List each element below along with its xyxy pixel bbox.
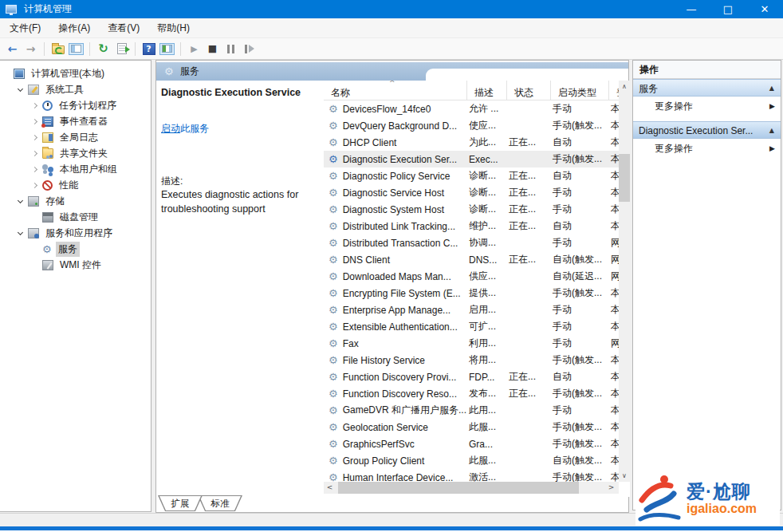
service-row[interactable]: ⚙Function Discovery Provi...FDP...正在...自… — [324, 368, 619, 385]
column-header-description[interactable]: 描述 — [467, 81, 507, 100]
chevron-right-icon[interactable] — [32, 166, 37, 171]
chevron-right-icon[interactable] — [32, 118, 37, 124]
collapse-icon[interactable]: ▲ — [769, 122, 774, 139]
tree-item-4[interactable]: 全局日志 — [0, 129, 151, 145]
scroll-up-icon[interactable]: ∧ — [619, 81, 630, 93]
service-row[interactable]: ⚙Fax利用...手动网 — [324, 335, 619, 352]
vertical-scroll-thumb[interactable] — [619, 154, 630, 202]
service-name: DNS Client — [343, 254, 390, 266]
actions-section-selected-service[interactable]: Diagnostic Execution Ser... ▲ — [633, 121, 781, 139]
service-row[interactable]: ⚙Extensible Authentication...可扩...手动本 — [324, 318, 619, 335]
tree-item-label: 磁盘管理 — [57, 210, 100, 225]
horizontal-scrollbar[interactable]: < > — [324, 482, 619, 494]
service-status-cell: 正在... — [507, 203, 551, 216]
column-header-name[interactable]: 名称 — [324, 81, 467, 100]
start-service-icon[interactable]: ▶ — [185, 41, 203, 57]
service-row[interactable]: ⚙DevicesFlow_14fce0允许 ...手动本 — [324, 100, 619, 117]
menu-view[interactable]: 查看(V) — [100, 20, 148, 37]
tree-item-12[interactable]: WMI 控件 — [0, 257, 151, 273]
show-action-pane-icon[interactable] — [158, 41, 176, 57]
service-row[interactable]: ⚙Distributed Transaction C...协调...手动网 — [324, 234, 619, 251]
scroll-right-icon[interactable]: > — [605, 482, 617, 494]
service-row[interactable]: ⚙Function Discovery Reso...发布...正在...手动(… — [324, 385, 619, 402]
tree-item-9[interactable]: 磁盘管理 — [0, 209, 151, 225]
service-name-cell: ⚙Extensible Authentication... — [324, 321, 467, 333]
chevron-down-icon[interactable] — [18, 85, 23, 91]
service-name: Diagnostic System Host — [343, 204, 444, 215]
tree-item-1[interactable]: 系统工具 — [0, 81, 151, 97]
stop-service-icon[interactable]: ■ — [203, 41, 222, 57]
service-row[interactable]: ⚙GraphicsPerfSvcGra...手动(触发...本 — [324, 435, 619, 452]
service-row[interactable]: ⚙Downloaded Maps Man...供应...自动(延迟...网 — [324, 268, 619, 285]
column-header-status[interactable]: 状态 — [507, 81, 551, 100]
chevron-down-icon[interactable] — [18, 197, 23, 203]
service-row[interactable]: ⚙GameDVR 和广播用户服务...此用...手动本 — [324, 402, 619, 419]
chevron-right-icon[interactable] — [32, 182, 37, 187]
description-label: 描述: — [161, 175, 183, 188]
service-name: Function Discovery Reso... — [343, 388, 457, 400]
service-row[interactable]: ⚙Diagnostic Service Host诊断...正在...手动本 — [324, 184, 619, 201]
menu-help[interactable]: 帮助(H) — [149, 20, 198, 37]
up-folder-icon[interactable] — [49, 41, 67, 57]
service-row[interactable]: ⚙File History Service将用...手动(触发...本 — [324, 352, 619, 368]
service-startup-type-cell: 手动 — [551, 337, 609, 350]
event-viewer-icon — [42, 116, 53, 127]
tree-item-10[interactable]: 服务和应用程序 — [0, 225, 151, 241]
column-header-logon-as[interactable]: 登 — [609, 81, 619, 100]
back-icon[interactable]: ← — [3, 41, 22, 57]
service-name-cell: ⚙File History Service — [324, 354, 467, 366]
tree-item-7[interactable]: 性能 — [0, 177, 151, 193]
service-row[interactable]: ⚙Group Policy Client此服...自动(触发...本 — [324, 452, 619, 469]
service-row[interactable]: ⚙Distributed Link Tracking...维护...正在...自… — [324, 218, 619, 234]
tab-standard[interactable]: 标准 — [198, 495, 242, 511]
tree-item-label: 服务和应用程序 — [43, 226, 115, 241]
service-row[interactable]: ⚙DevQuery Background D...使应...手动(触发...本 — [324, 117, 619, 134]
tree-item-2[interactable]: 任务计划程序 — [0, 97, 151, 113]
tree-item-0[interactable]: 计算机管理(本地) — [0, 65, 151, 81]
tab-extended[interactable]: 扩展 — [158, 495, 203, 511]
service-row[interactable]: ⚙DHCP Client为此...正在...自动本 — [324, 134, 619, 151]
service-row[interactable]: ⚙Human Interface Device...激活...手动(触发...本 — [324, 469, 619, 482]
service-row[interactable]: ⚙Encrypting File System (E...提供...手动(触发.… — [324, 285, 619, 301]
service-gear-icon: ⚙ — [329, 270, 338, 282]
minimize-button[interactable]: — — [673, 0, 710, 18]
start-service-link[interactable]: 启动此服务 — [161, 122, 209, 136]
chevron-right-icon[interactable] — [32, 150, 37, 156]
tree-item-3[interactable]: 事件查看器 — [0, 113, 151, 129]
service-gear-icon: ⚙ — [329, 421, 338, 433]
tree-item-5[interactable]: 共享文件夹 — [0, 145, 151, 161]
horizontal-scroll-thumb[interactable] — [338, 482, 579, 494]
collapse-icon[interactable]: ▲ — [769, 80, 774, 97]
service-row[interactable]: ⚙Diagnostic Execution Ser...Exec...手动(触发… — [324, 151, 619, 167]
tree-item-11[interactable]: ⚙服务 — [0, 241, 151, 257]
column-header-startup-type[interactable]: 启动类型 — [551, 81, 609, 100]
chevron-down-icon[interactable] — [18, 229, 23, 234]
service-row[interactable]: ⚙Diagnostic System Host诊断...正在...手动本 — [324, 201, 619, 218]
menu-file[interactable]: 文件(F) — [2, 20, 49, 37]
more-actions-selected-service[interactable]: 更多操作 ▶ — [633, 139, 781, 159]
chevron-right-icon[interactable] — [32, 102, 37, 108]
help-icon[interactable]: ? — [140, 41, 158, 57]
export-list-icon[interactable] — [112, 41, 131, 57]
refresh-icon[interactable]: ↻ — [94, 41, 112, 57]
forward-icon[interactable]: → — [22, 41, 40, 57]
tree-item-6[interactable]: 本地用户和组 — [0, 161, 151, 177]
service-row[interactable]: ⚙Diagnostic Policy Service诊断...正在...自动本 — [324, 167, 619, 184]
chevron-right-icon[interactable] — [32, 134, 37, 140]
menu-action[interactable]: 操作(A) — [50, 20, 98, 37]
service-row[interactable]: ⚙DNS ClientDNS...正在...自动(触发...网 — [324, 251, 619, 268]
service-row[interactable]: ⚙Enterprise App Manage...启用...手动本 — [324, 301, 619, 318]
pause-service-icon[interactable] — [222, 41, 240, 57]
service-row[interactable]: ⚙Geolocation Service此服...手动(触发...本 — [324, 419, 619, 435]
restart-service-icon[interactable] — [240, 41, 258, 57]
computer-icon — [14, 69, 25, 79]
maximize-button[interactable]: □ — [710, 0, 746, 18]
more-actions-services[interactable]: 更多操作 ▶ — [633, 97, 781, 116]
tree-item-8[interactable]: 存储 — [0, 193, 151, 209]
close-button[interactable]: ✕ — [746, 0, 783, 18]
show-console-tree-icon[interactable] — [67, 41, 85, 57]
scroll-down-icon[interactable]: ∨ — [619, 470, 630, 482]
actions-section-services[interactable]: 服务 ▲ — [633, 79, 781, 97]
scroll-left-icon[interactable]: < — [324, 482, 336, 494]
vertical-scrollbar[interactable]: ∧ ∨ — [619, 81, 630, 482]
